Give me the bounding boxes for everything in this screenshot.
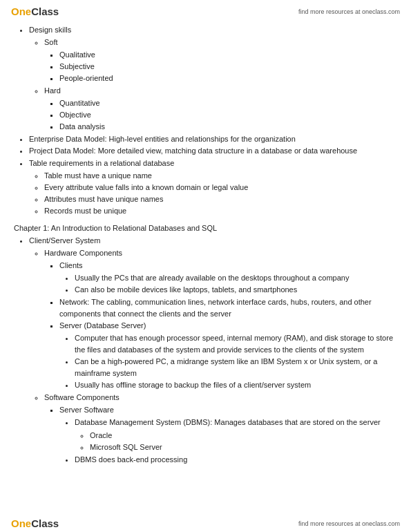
chapter-heading: Chapter 1: An Introduction to Relational… [14,224,397,232]
list-item: Table must have a unique name [44,170,397,182]
server-list: Computer that has enough processor speed… [59,332,397,391]
list-item: Client/Server System Hardware Components… [29,235,397,466]
main-content: Design skills Soft Qualitative Subjectiv… [0,20,411,495]
list-item: Server (Database Server) Computer that h… [59,320,397,391]
list-item: Usually has offline storage to backup th… [75,379,397,391]
list-item: Quantitative [59,97,397,109]
header: OneClass find more resources at oneclass… [0,0,411,20]
list-item: Network: The cabling, communication line… [59,296,397,320]
soft-skills-list: Qualitative Subjective People-oriented [44,49,397,84]
list-item: Data analysis [59,121,397,133]
list-item: Database Management System (DBMS): Manag… [75,417,397,453]
top-list: Design skills Soft Qualitative Subjectiv… [14,24,397,217]
client-server-list: Hardware Components Clients Usually the … [29,247,397,466]
server-software-list: Database Management System (DBMS): Manag… [59,417,397,465]
list-item: Qualitative [59,49,397,61]
list-item: Microsoft SQL Server [90,441,397,453]
list-item: Table requirements in a relational datab… [29,158,397,217]
list-item: Hard Quantitative Objective Data analysi… [44,85,397,133]
chapter1-list: Client/Server System Hardware Components… [14,235,397,466]
logo-bottom: OneClass [11,517,59,529]
clients-list: Usually the PCs that are already availab… [59,272,397,296]
footer: OneClass find more resources at oneclass… [0,512,411,532]
list-item: Every attribute value falls into a known… [44,182,397,193]
list-item: DBMS does back-end processing [75,454,397,466]
list-item: Oracle [90,430,397,441]
list-item: Enterprise Data Model: High-level entiti… [29,133,397,145]
list-item: People-oriented [59,73,397,84]
logo-top: OneClass [11,6,59,17]
list-item: Design skills Soft Qualitative Subjectiv… [29,24,397,133]
list-item: Objective [59,109,397,121]
list-item: Software Components Server Software Data… [44,392,397,465]
list-item: Project Data Model: More detailed view, … [29,145,397,157]
list-item: Can also be mobile devices like laptops,… [75,284,397,296]
hw-components-list: Clients Usually the PCs that are already… [44,260,397,392]
sw-components-list: Server Software Database Management Syst… [44,404,397,465]
list-item: Usually the PCs that are already availab… [75,272,397,284]
list-item: Computer that has enough processor speed… [75,332,397,356]
header-tagline: find more resources at oneclass.com [298,8,400,15]
design-skills-list: Soft Qualitative Subjective People-orien… [29,37,397,133]
list-item: Records must be unique [44,205,397,217]
list-item: Can be a high-powered PC, a midrange sys… [75,356,397,379]
list-item: Soft Qualitative Subjective People-orien… [44,37,397,84]
list-item: Subjective [59,61,397,73]
hard-skills-list: Quantitative Objective Data analysis [44,97,397,133]
list-item: Hardware Components Clients Usually the … [44,247,397,392]
list-item: Attributes must have unique names [44,193,397,205]
list-item: Server Software Database Management Syst… [59,404,397,465]
footer-tagline: find more resources at oneclass.com [298,520,400,527]
list-item: Clients Usually the PCs that are already… [59,260,397,296]
table-req-list: Table must have a unique name Every attr… [29,170,397,217]
dbms-list: Oracle Microsoft SQL Server [75,430,397,453]
